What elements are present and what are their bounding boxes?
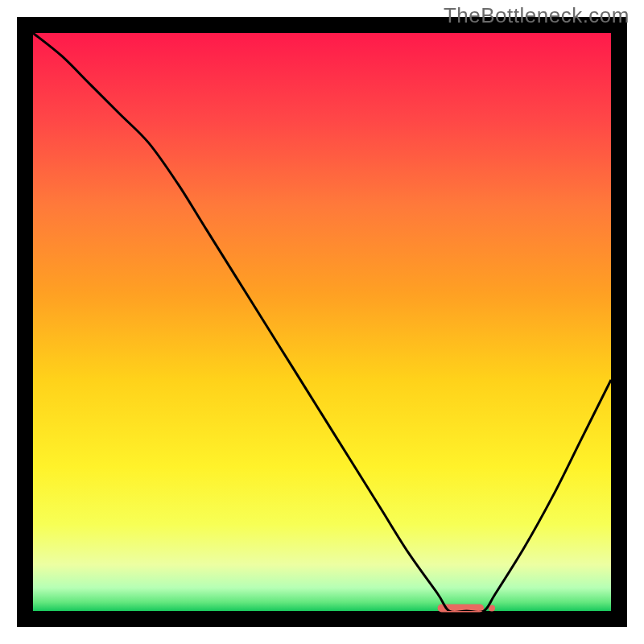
chart-svg [0,0,644,644]
watermark-text: TheBottleneck.com [444,3,630,28]
chart-frame: TheBottleneck.com [0,0,644,644]
plot-background-gradient [33,33,611,611]
